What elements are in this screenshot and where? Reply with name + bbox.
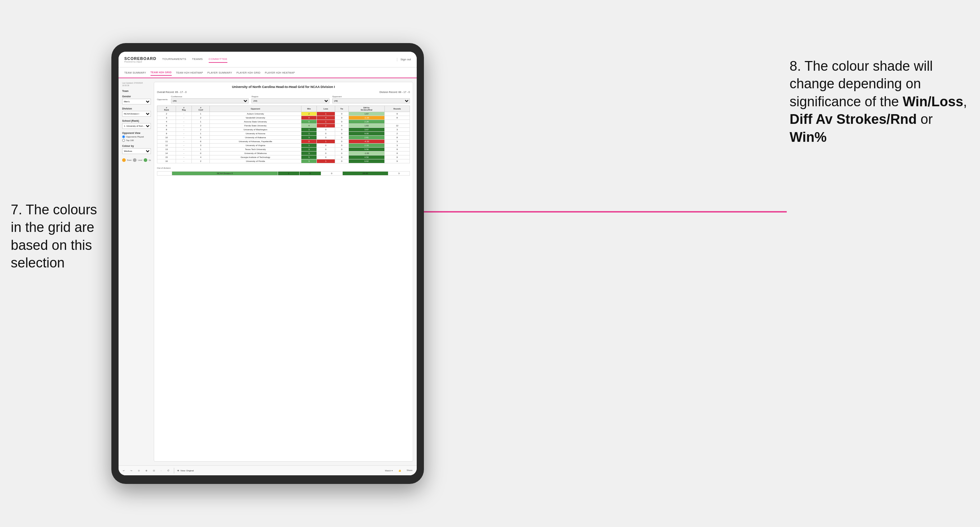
- out-of-div-tie: 0: [321, 171, 342, 176]
- cell-diff: -2.29: [348, 116, 384, 120]
- cell-tie: 0: [335, 132, 348, 136]
- col-rounds: Rounds: [384, 106, 409, 112]
- cell-rounds: 3: [384, 144, 409, 148]
- table-row: 9 - 1 University of Arizona 1 0 0 9.00 2: [158, 132, 410, 136]
- nav-links: TOURNAMENTS TEAMS COMMITTEE: [162, 56, 396, 63]
- toolbar-share[interactable]: Share: [405, 468, 414, 472]
- cell-diff: 1.83: [348, 124, 384, 128]
- cell-reg: -: [176, 120, 192, 124]
- sidebar-gender-label: Gender: [122, 95, 151, 98]
- cell-rank: 2: [158, 112, 176, 116]
- overall-record: Overall Record: 89 - 17 - 0: [157, 91, 186, 93]
- nav-committee[interactable]: COMMITTEE: [209, 56, 228, 63]
- cell-opponent: Arizona State University: [210, 120, 301, 124]
- cell-conf: 6: [192, 140, 210, 144]
- toolbar-dots[interactable]: ∙∙: [159, 469, 163, 472]
- cell-rank: 15: [158, 156, 176, 159]
- cell-loss: 0: [317, 128, 335, 132]
- filter-opponent-select[interactable]: (All): [332, 98, 410, 103]
- cell-rank: 16: [158, 159, 176, 163]
- colour-label-up: Up: [149, 159, 151, 161]
- sidebar-radio-opponents-played[interactable]: Opponents Played: [122, 135, 151, 138]
- cell-rank: 14: [158, 151, 176, 156]
- cell-conf: 2: [192, 116, 210, 120]
- cell-conf: 2: [192, 128, 210, 132]
- tablet-screen: SCOREBOARD Powered by clippd TOURNAMENTS…: [119, 52, 417, 475]
- cell-win: 3: [301, 159, 317, 163]
- toolbar-grid[interactable]: ⊡: [151, 468, 156, 472]
- sidebar-gender-select[interactable]: Men's: [122, 99, 151, 105]
- col-diff: Diff AvStrokes/Rnd: [348, 106, 384, 112]
- filter-conference-select[interactable]: (All): [171, 98, 248, 103]
- table-row: 10 - 5 University of Alabama 3 0 0 2.61 …: [158, 136, 410, 140]
- nav-tournaments[interactable]: TOURNAMENTS: [162, 56, 186, 63]
- sidebar-colour-by-select[interactable]: Win/loss: [122, 148, 151, 154]
- out-of-division-label: Out of division: [157, 167, 410, 169]
- cell-opponent: Auburn University: [210, 112, 301, 116]
- cell-rounds: 12: [384, 124, 409, 128]
- colour-legend: Down Level Up: [122, 158, 151, 162]
- cell-diff: 3.67: [348, 128, 384, 132]
- cell-diff: 4.50: [348, 156, 384, 159]
- grid-area: University of North Carolina Head-to-Hea…: [154, 82, 413, 462]
- nav-teams[interactable]: TEAMS: [192, 56, 203, 63]
- cell-loss: 2: [317, 124, 335, 128]
- cell-conf: 2: [192, 159, 210, 163]
- cell-rank: 3: [158, 116, 176, 120]
- cell-diff: 2.33: [348, 144, 384, 148]
- subnav-player-summary[interactable]: PLAYER SUMMARY: [207, 70, 232, 75]
- cell-opponent: University of Arizona: [210, 132, 301, 136]
- filter-region-select[interactable]: (All): [251, 98, 329, 103]
- table-header-row: #Rank #Reg #Conf Opponent Win Loss Tie D…: [158, 106, 410, 112]
- toolbar-add[interactable]: ⊕: [144, 468, 149, 472]
- cell-conf: 1: [192, 132, 210, 136]
- logo-area: SCOREBOARD Powered by clippd: [124, 56, 156, 63]
- data-table: #Rank #Reg #Conf Opponent Win Loss Tie D…: [157, 106, 410, 163]
- filter-row: Opponents: Conference (All) Region (All): [157, 95, 410, 103]
- toolbar-refresh[interactable]: ⊙: [137, 468, 141, 472]
- cell-win: 1: [301, 132, 317, 136]
- filter-opponent-group: Opponent (All): [332, 95, 410, 103]
- subnav-team-h2h-grid[interactable]: TEAM H2H GRID: [151, 70, 172, 76]
- sidebar-school-select[interactable]: 1. University of Nort...: [122, 123, 151, 129]
- cell-opponent: Vanderbilt University: [210, 116, 301, 120]
- grid-record-row: Overall Record: 89 - 17 - 0 Division Rec…: [157, 91, 410, 93]
- colour-dot-level: [133, 158, 137, 162]
- toolbar-thumbs-up[interactable]: 👍: [397, 468, 402, 472]
- toolbar-timer[interactable]: ⏱: [166, 469, 171, 472]
- sidebar-division-select[interactable]: NCAA Division I: [122, 111, 151, 117]
- cell-rank: 12: [158, 144, 176, 148]
- division-record: Division Record: 88 - 17 - 0: [379, 91, 410, 93]
- table-row: 3 - 2 Vanderbilt University 0 4 0 -2.29 …: [158, 116, 410, 120]
- cell-loss: 4: [317, 116, 335, 120]
- cell-rank: 8: [158, 128, 176, 132]
- table-row: 8 - 2 University of Washington 1 0 0 3.6…: [158, 128, 410, 132]
- cell-diff: -4.33: [348, 140, 384, 144]
- toolbar-redo[interactable]: ↪: [129, 468, 134, 472]
- annotation-left: 7. The colours in the grid are based on …: [11, 201, 111, 272]
- sidebar-radio-top100[interactable]: Top 100: [122, 139, 151, 142]
- col-win: Win: [301, 106, 317, 112]
- main-content: Last Updated: 27/03/2024 16:55:38 Team G…: [119, 78, 417, 465]
- toolbar-watch[interactable]: Watch ▾: [383, 468, 394, 472]
- sidebar-opponent-view-section: Opponent View Opponents Played Top 100: [122, 132, 151, 142]
- toolbar-separator: [174, 468, 174, 473]
- subnav-team-h2h-heatmap[interactable]: TEAM H2H HEATMAP: [176, 70, 203, 75]
- sidebar-timestamp: Last Updated: 27/03/2024 16:55:38: [122, 82, 151, 87]
- filter-opponents-label: Opponents:: [157, 98, 168, 100]
- subnav-player-h2h-grid[interactable]: PLAYER H2H GRID: [236, 70, 261, 75]
- tablet-frame: SCOREBOARD Powered by clippd TOURNAMENTS…: [111, 43, 424, 484]
- cell-loss: 1: [317, 112, 335, 116]
- colour-dot-up: [144, 158, 147, 162]
- sidebar-school-label: School (Rank): [122, 119, 151, 122]
- subnav-player-h2h-heatmap[interactable]: PLAYER H2H HEATMAP: [265, 70, 295, 75]
- cell-rounds: 2: [384, 132, 409, 136]
- cell-tie: 0: [335, 144, 348, 148]
- sign-out[interactable]: Sign out: [401, 58, 411, 61]
- cell-rank: 10: [158, 136, 176, 140]
- toolbar-undo[interactable]: ↩: [121, 468, 126, 472]
- cell-tie: 0: [335, 128, 348, 132]
- cell-opponent: University of Florida: [210, 159, 301, 163]
- cell-opponent: University of Virginia: [210, 144, 301, 148]
- subnav-team-summary[interactable]: TEAM SUMMARY: [124, 70, 146, 75]
